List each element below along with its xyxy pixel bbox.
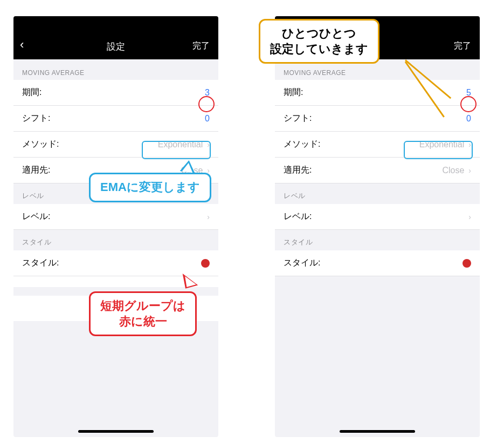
level-label: レベル: — [22, 211, 50, 222]
style-color-dot — [201, 259, 210, 268]
back-icon[interactable]: ‹ — [20, 38, 24, 52]
section-moving-average: MOVING AVERAGE — [13, 59, 218, 80]
shift-value: 0 — [205, 114, 210, 124]
callout-ema: EMAに変更します — [89, 173, 211, 202]
done-button[interactable]: 完了 — [192, 40, 210, 52]
page-title: 設定 — [107, 40, 125, 53]
row-shift[interactable]: シフト: 0 — [275, 106, 480, 132]
period-label: 期間: — [22, 87, 42, 98]
chevron-right-icon: › — [468, 213, 471, 221]
done-button[interactable]: 完了 — [454, 40, 471, 52]
row-apply[interactable]: 適用先: Close› — [275, 158, 480, 183]
shift-label: シフト: — [22, 113, 50, 124]
chevron-right-icon: › — [207, 140, 210, 149]
style-label: スタイル: — [22, 257, 59, 269]
phone-left: ‹ 設定 完了 MOVING AVERAGE 期間: 3 シフト: 0 メソッド… — [13, 16, 218, 437]
row-method[interactable]: メソッド: Exponential› — [13, 132, 218, 158]
row-style[interactable]: スタイル: — [275, 250, 480, 276]
shift-label: シフト: — [284, 113, 312, 124]
period-value: 3 — [205, 88, 210, 98]
chevron-right-icon: › — [468, 166, 471, 175]
method-value: Exponential — [419, 140, 465, 149]
chevron-right-icon: › — [468, 140, 471, 149]
row-level[interactable]: レベル: › — [13, 204, 218, 230]
header: ‹ 設定 完了 — [13, 16, 218, 59]
callout-step: ひとつひとつ 設定していきます — [259, 19, 379, 64]
method-label: メソッド: — [284, 139, 320, 150]
section-level: レベル — [275, 183, 480, 204]
row-period[interactable]: 期間: 3 — [13, 80, 218, 106]
method-label: メソッド: — [22, 139, 59, 150]
row-level[interactable]: レベル: › — [275, 204, 480, 230]
method-value: Exponential — [158, 140, 203, 149]
style-label: スタイル: — [284, 257, 320, 269]
apply-value: Close — [442, 166, 464, 175]
callout-tail-ema — [180, 159, 197, 173]
section-style: スタイル — [275, 230, 480, 250]
home-indicator — [340, 430, 415, 433]
phone-right: 完了 MOVING AVERAGE 期間: 5 シフト: 0 メソッド: Exp… — [275, 16, 480, 437]
period-value: 5 — [466, 88, 471, 98]
apply-label: 適用先: — [22, 165, 50, 176]
callout-red-unify: 短期グループは 赤に統一 — [89, 291, 197, 336]
level-label: レベル: — [284, 211, 312, 222]
apply-label: 適用先: — [284, 165, 312, 176]
style-color-dot — [462, 259, 471, 268]
home-indicator — [78, 430, 154, 433]
section-style: スタイル — [13, 230, 218, 250]
period-label: 期間: — [284, 87, 303, 98]
shift-value: 0 — [466, 114, 471, 124]
row-method[interactable]: メソッド: Exponential› — [275, 132, 480, 158]
chevron-right-icon: › — [207, 213, 210, 221]
row-period[interactable]: 期間: 5 — [275, 80, 480, 106]
row-shift[interactable]: シフト: 0 — [13, 106, 218, 132]
